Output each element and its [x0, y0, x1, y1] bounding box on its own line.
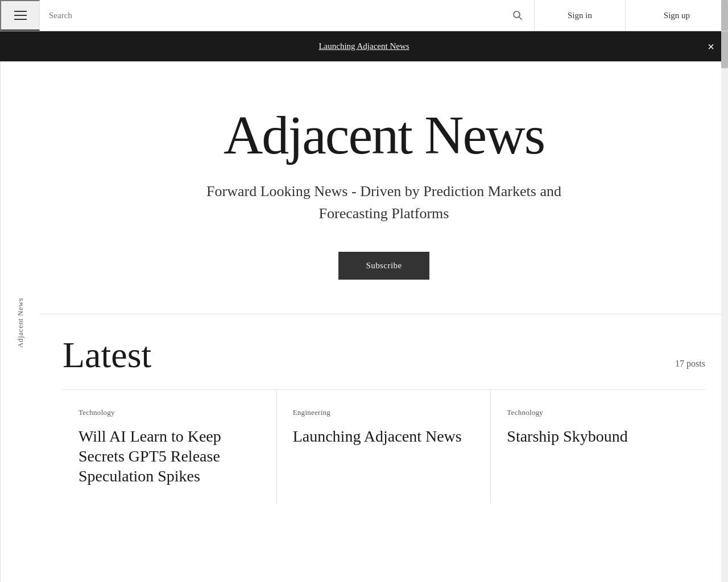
side-label: Adjacent News	[0, 61, 40, 582]
search-input[interactable]	[49, 11, 510, 20]
latest-heading: Latest	[63, 337, 151, 373]
post-title: Will AI Learn to Keep Secrets GPT5 Relea…	[78, 426, 260, 486]
search-icon	[512, 10, 523, 20]
latest-section: Latest 17 posts Technology Will AI Learn…	[40, 314, 728, 504]
search-area	[40, 0, 535, 31]
post-card[interactable]: Technology Will AI Learn to Keep Secrets…	[63, 390, 277, 504]
posts-grid: Technology Will AI Learn to Keep Secrets…	[63, 389, 705, 504]
post-category: Technology	[78, 408, 260, 417]
hero-title: Adjacent News	[63, 107, 705, 164]
svg-line-1	[519, 17, 522, 20]
content-area: Adjacent News Forward Looking News - Dri…	[40, 61, 728, 582]
announcement-banner: Launching Adjacent News ×	[0, 31, 728, 61]
hero-section: Adjacent News Forward Looking News - Dri…	[40, 61, 728, 314]
banner-close-button[interactable]: ×	[708, 41, 714, 52]
main-wrapper: Adjacent News Adjacent News Forward Look…	[0, 61, 728, 582]
post-title: Launching Adjacent News	[293, 426, 475, 446]
menu-button[interactable]	[0, 0, 40, 31]
signin-button[interactable]: Sign in	[535, 0, 626, 31]
post-category: Engineering	[293, 408, 475, 417]
posts-count: 17 posts	[675, 359, 705, 373]
post-title: Starship Skybound	[507, 426, 689, 446]
post-card[interactable]: Engineering Launching Adjacent News	[277, 390, 491, 504]
search-button[interactable]	[510, 8, 525, 23]
post-category: Technology	[507, 408, 689, 417]
signup-button[interactable]: Sign up	[626, 0, 728, 31]
subscribe-button[interactable]: Subscribe	[338, 252, 429, 280]
announcement-link[interactable]: Launching Adjacent News	[318, 41, 409, 51]
hamburger-icon	[14, 11, 27, 20]
scrollbar[interactable]	[721, 0, 728, 582]
latest-header: Latest 17 posts	[63, 337, 705, 373]
top-navigation: Sign in Sign up	[0, 0, 728, 31]
post-card[interactable]: Technology Starship Skybound	[491, 390, 705, 504]
hero-subtitle: Forward Looking News - Driven by Predict…	[191, 180, 577, 225]
